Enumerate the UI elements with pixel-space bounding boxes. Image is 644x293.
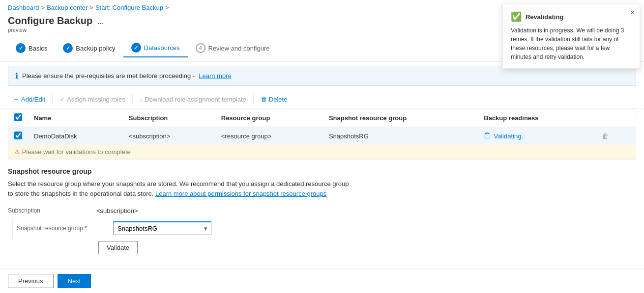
header-checkbox[interactable] <box>14 113 22 121</box>
add-edit-button[interactable]: ＋ Add/Edit <box>8 93 50 106</box>
page-subtitle: preview <box>8 27 107 33</box>
row-backup-readiness: Validating.. <box>478 127 593 145</box>
previous-button[interactable]: Previous <box>8 274 54 288</box>
footer: Previous Next <box>0 268 644 293</box>
header-name: Name <box>28 109 123 127</box>
header-resource-group: Resource group <box>215 109 323 127</box>
breadcrumb-sep-2: > <box>89 4 93 11</box>
step-datasources-label: Datasources <box>144 44 180 52</box>
step-datasources[interactable]: ✓ Datasources <box>123 41 188 57</box>
info-bar: ℹ Please ensure the pre-requisites are m… <box>8 66 636 86</box>
spin-icon <box>484 133 491 139</box>
info-learn-more[interactable]: Learn more <box>199 72 231 80</box>
row-checkbox[interactable] <box>14 132 22 139</box>
delete-icon: 🗑 <box>261 96 267 103</box>
info-icon: ℹ <box>15 71 18 80</box>
header-checkbox-col <box>8 109 28 127</box>
assign-roles-button[interactable]: ✓ Assign missing roles <box>55 94 130 105</box>
row-resource-group: <resource group> <box>215 127 323 145</box>
info-text: Please ensure the pre-requisites are met… <box>22 72 195 80</box>
row-checkbox-cell <box>8 127 28 145</box>
snapshot-rg-label: Snapshot resource group <box>17 225 105 232</box>
download-icon: ↓ <box>140 96 143 103</box>
breadcrumb-backup-center[interactable]: Backup center <box>47 4 88 11</box>
row-snapshot-rg: SnapshotsRG <box>323 127 478 145</box>
breadcrumb-sep-1: > <box>41 4 45 11</box>
validate-row: Validate <box>8 241 636 254</box>
data-table-container: Name Subscription Resource group Snapsho… <box>8 109 636 160</box>
step-policy-circle: ✓ <box>63 43 73 53</box>
row-delete-button[interactable]: 🗑 <box>599 131 612 141</box>
plus-icon: ＋ <box>13 95 19 104</box>
notification-close-button[interactable]: × <box>630 8 635 17</box>
page-wrapper: Dashboard > Backup center > Start: Confi… <box>0 0 644 293</box>
step-review[interactable]: 4 Review and configure <box>188 41 278 57</box>
header-snapshot-rg: Snapshot resource group <box>323 109 478 127</box>
breadcrumb-start[interactable]: Start: Configure Backup <box>95 4 163 11</box>
header-subscription: Subscription <box>123 109 215 127</box>
snapshot-rg-row: Snapshot resource group SnapshotsRG ▾ <box>8 219 636 237</box>
download-template-button[interactable]: ↓ Download role assignment template <box>135 94 251 105</box>
step-basics-label: Basics <box>29 45 47 52</box>
step-basics[interactable]: ✓ Basics <box>8 41 55 57</box>
snapshot-rg-dropdown-wrapper: SnapshotsRG ▾ <box>113 221 211 235</box>
subscription-value: <subscription> <box>96 204 138 214</box>
row-subscription: <subscription> <box>123 127 215 145</box>
validate-button[interactable]: Validate <box>98 241 138 254</box>
page-title: Configure Backup ... <box>8 15 107 27</box>
header-actions <box>593 109 636 127</box>
subscription-row: Subscription <subscription> <box>8 204 636 214</box>
toolbar: ＋ Add/Edit ✓ Assign missing roles ↓ Down… <box>0 90 644 109</box>
step-policy-label: Backup policy <box>76 45 115 52</box>
notification-title: Revalidating <box>526 13 563 21</box>
table-row: DemoDataDisk <subscription> <resource gr… <box>8 127 636 145</box>
ellipsis-button[interactable]: ... <box>94 16 107 27</box>
next-button[interactable]: Next <box>58 274 91 288</box>
subscription-label: Subscription <box>8 204 96 214</box>
warning-row: ⚠ Please wait for validations to complet… <box>8 145 636 159</box>
indent-line <box>12 219 13 237</box>
step-review-circle: 4 <box>196 43 205 53</box>
toolbar-sep-1 <box>52 94 53 104</box>
step-backup-policy[interactable]: ✓ Backup policy <box>55 41 123 57</box>
breadcrumb-dashboard[interactable]: Dashboard <box>8 4 39 11</box>
step-basics-circle: ✓ <box>16 43 26 53</box>
step-review-label: Review and configure <box>208 45 270 52</box>
toolbar-sep-2 <box>132 94 133 104</box>
row-delete-cell: 🗑 <box>593 127 636 145</box>
validating-status: Validating.. <box>484 133 587 140</box>
notification-popup: ✅ Revalidating × Validation is in progre… <box>502 4 640 69</box>
notification-text: Validation is in progress. We will be do… <box>511 26 632 61</box>
snapshot-section-title: Snapshot resource group <box>8 167 636 175</box>
snapshot-rg-dropdown[interactable]: SnapshotsRG <box>113 221 211 235</box>
data-table: Name Subscription Resource group Snapsho… <box>8 109 636 159</box>
check-icon: ✓ <box>59 96 65 103</box>
warning-cell: ⚠ Please wait for validations to complet… <box>8 145 636 159</box>
breadcrumb-sep-3: > <box>165 4 169 11</box>
check-circle-icon: ✅ <box>511 11 522 22</box>
snapshot-section-desc: Select the resource group where your sna… <box>8 179 636 198</box>
snapshot-rg-field: Snapshot resource group SnapshotsRG ▾ <box>17 221 211 235</box>
step-datasources-circle: ✓ <box>131 43 141 53</box>
toolbar-sep-3 <box>253 94 254 104</box>
header-backup-readiness: Backup readiness <box>478 109 593 127</box>
row-name: DemoDataDisk <box>28 127 123 145</box>
delete-button[interactable]: 🗑 Delete <box>256 94 293 105</box>
snapshot-section: Snapshot resource group Select the resou… <box>0 160 644 258</box>
warning-icon: ⚠ <box>14 148 20 156</box>
warning-text: Please wait for validations to complete <box>22 148 131 156</box>
notification-header: ✅ Revalidating <box>511 11 632 22</box>
snapshot-learn-more[interactable]: Learn more about permissions for snapsho… <box>155 190 326 197</box>
